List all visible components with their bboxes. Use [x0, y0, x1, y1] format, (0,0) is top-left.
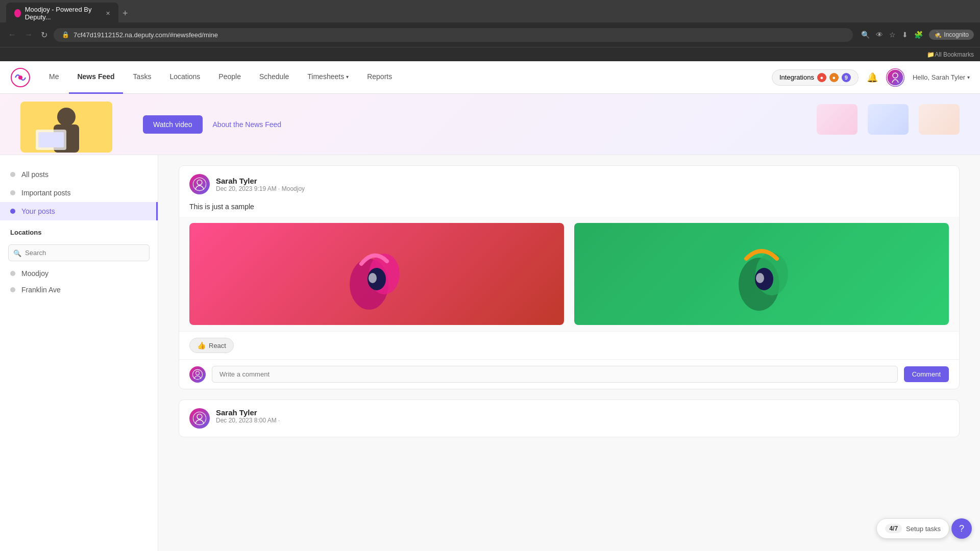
sidebar-dot-your-posts	[10, 209, 15, 214]
user-greeting[interactable]: Hello, Sarah Tyler ▾	[913, 73, 970, 81]
timesheets-chevron-icon: ▾	[346, 74, 349, 80]
locations-search-input[interactable]	[8, 244, 150, 261]
nav-item-tasks[interactable]: Tasks	[125, 61, 160, 94]
setup-tasks-label: Setup tasks	[906, 525, 941, 533]
content-area: All posts Important posts Your posts Loc…	[0, 155, 980, 551]
banner-image	[20, 96, 122, 153]
react-button-1[interactable]: 👍 React	[189, 338, 234, 353]
notifications-button[interactable]: 🔔	[867, 72, 878, 83]
browser-chrome: Moodjoy - Powered By Deputy... ✕ + ← → ↻…	[0, 0, 980, 61]
user-greeting-chevron-icon: ▾	[967, 74, 970, 80]
svg-point-22	[197, 414, 202, 419]
nav-item-reports[interactable]: Reports	[359, 61, 400, 94]
post-author-name-2: Sarah Tyler	[216, 408, 949, 417]
bookmarks-icon: 📁	[927, 51, 935, 58]
user-avatar[interactable]	[886, 68, 904, 87]
close-tab-button[interactable]: ✕	[106, 10, 110, 17]
incognito-badge: 🕵 Incognito	[929, 30, 974, 40]
bookmarks-bar: 📁 All Bookmarks	[0, 47, 980, 61]
deco-pink	[817, 104, 857, 135]
browser-actions: 🔍 👁 ☆ ⬇ 🧩 🕵 Incognito	[861, 30, 974, 40]
setup-tasks-button[interactable]: 4/7 Setup tasks	[876, 518, 949, 539]
comment-avatar-1	[189, 366, 206, 383]
search-browser-icon[interactable]: 🔍	[861, 31, 870, 39]
post-header-1: Sarah Tyler Dec 20, 2023 9:19 AM · Moodj…	[179, 166, 959, 203]
help-button[interactable]: ?	[951, 518, 972, 539]
svg-point-18	[756, 273, 764, 283]
deco-orange	[919, 104, 960, 135]
download-icon[interactable]: ⬇	[902, 31, 908, 39]
extensions-icon[interactable]: 🧩	[914, 31, 923, 39]
nav-item-locations[interactable]: Locations	[161, 61, 208, 94]
incognito-icon: 🕵	[934, 31, 942, 38]
svg-point-5	[57, 108, 76, 126]
sidebar-dot-all-posts	[10, 172, 15, 177]
svg-rect-8	[38, 132, 64, 147]
integration-dot-orange: ●	[829, 73, 839, 82]
banner-decorations	[817, 104, 960, 135]
sidebar: All posts Important posts Your posts Loc…	[0, 155, 158, 551]
browser-tab-bar: Moodjoy - Powered By Deputy... ✕ +	[0, 0, 980, 22]
moodjoy-logo-green	[731, 233, 792, 315]
nav-item-timesheets[interactable]: Timesheets ▾	[299, 61, 357, 94]
comment-section-1: Comment	[179, 359, 959, 389]
watch-video-button[interactable]: Watch video	[143, 115, 203, 134]
post-image-pink	[189, 223, 564, 325]
comment-input-1[interactable]	[212, 366, 898, 383]
post-date-1: Dec 20, 2023 9:19 AM · Moodjoy	[216, 185, 949, 192]
post-author-name-1: Sarah Tyler	[216, 177, 949, 185]
app: Me News Feed Tasks Locations People Sche…	[0, 61, 980, 551]
tab-title: Moodjoy - Powered By Deputy...	[25, 6, 100, 21]
forward-button[interactable]: →	[22, 28, 35, 41]
browser-tab[interactable]: Moodjoy - Powered By Deputy... ✕	[6, 3, 118, 24]
svg-point-1	[18, 76, 22, 80]
about-news-feed-link[interactable]: About the News Feed	[213, 120, 282, 129]
nav-right: Integrations ● ● 9 🔔 Hello, Sarah Tyler …	[772, 68, 970, 87]
location-dot-moodjoy	[10, 271, 15, 276]
integrations-button[interactable]: Integrations ● ● 9	[772, 69, 859, 86]
post-author-avatar-1	[189, 174, 210, 194]
sidebar-item-your-posts[interactable]: Your posts	[0, 202, 158, 220]
top-nav: Me News Feed Tasks Locations People Sche…	[0, 61, 980, 94]
svg-point-14	[369, 273, 377, 283]
sidebar-item-important-posts[interactable]: Important posts	[0, 184, 158, 202]
post-date-2: Dec 20, 2023 8:00 AM ·	[216, 417, 949, 424]
locations-search-box: 🔍	[8, 244, 150, 261]
post-meta-2: Sarah Tyler Dec 20, 2023 8:00 AM ·	[216, 408, 949, 424]
location-dot-franklin	[10, 287, 15, 292]
browser-nav: ← → ↻ 🔒 7cf47d19112152.na.deputy.com/#ne…	[0, 22, 980, 47]
post-images-1	[179, 217, 959, 331]
react-icon: 👍	[197, 341, 206, 349]
reload-button[interactable]: ↻	[39, 28, 50, 42]
svg-point-20	[196, 371, 200, 374]
nav-item-me[interactable]: Me	[41, 61, 67, 94]
search-icon: 🔍	[13, 249, 21, 257]
post-card-1: Sarah Tyler Dec 20, 2023 9:19 AM · Moodj…	[179, 165, 960, 389]
eye-icon[interactable]: 👁	[876, 31, 883, 39]
locations-section-title: Locations	[0, 220, 158, 240]
url-text: 7cf47d19112152.na.deputy.com/#newsfeed/m…	[74, 31, 218, 39]
comment-button-1[interactable]: Comment	[904, 366, 949, 382]
banner: Watch video About the News Feed	[0, 94, 980, 155]
nav-item-people[interactable]: People	[210, 61, 249, 94]
main-feed: Sarah Tyler Dec 20, 2023 9:19 AM · Moodj…	[158, 155, 980, 551]
svg-point-3	[893, 73, 898, 78]
post-body-1: This is just a sample	[179, 203, 959, 217]
address-bar[interactable]: 🔒 7cf47d19112152.na.deputy.com/#newsfeed…	[54, 28, 853, 42]
svg-point-10	[197, 180, 202, 185]
new-tab-button[interactable]: +	[122, 8, 128, 19]
back-button[interactable]: ←	[6, 28, 18, 41]
integration-dot-red: ●	[817, 73, 826, 82]
location-item-franklin-ave[interactable]: Franklin Ave	[0, 282, 158, 298]
nav-item-news-feed[interactable]: News Feed	[69, 61, 122, 94]
tab-favicon	[14, 9, 21, 17]
bookmark-star-icon[interactable]: ☆	[889, 31, 896, 39]
post-author-avatar-2	[189, 408, 210, 429]
sidebar-item-all-posts[interactable]: All posts	[0, 165, 158, 184]
location-item-moodjoy[interactable]: Moodjoy	[0, 265, 158, 282]
banner-illustration	[20, 96, 122, 153]
nav-item-schedule[interactable]: Schedule	[251, 61, 297, 94]
bookmarks-label: All Bookmarks	[935, 51, 974, 58]
svg-point-19	[192, 369, 202, 379]
app-logo[interactable]	[10, 67, 31, 88]
